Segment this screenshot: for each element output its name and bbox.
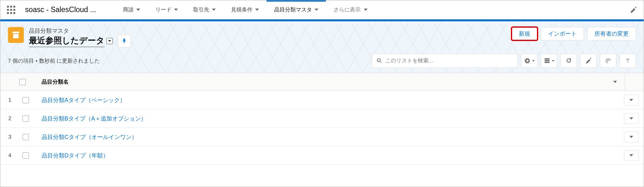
- row-name-cell: 品目分類Dタイプ（年額）: [42, 152, 109, 159]
- row-index: 3: [0, 134, 19, 140]
- list-search[interactable]: [372, 54, 518, 68]
- table-icon: [544, 58, 550, 64]
- display-as-button[interactable]: [541, 54, 557, 68]
- nav-tab-opportunity[interactable]: 商談: [115, 0, 148, 19]
- row-checkbox[interactable]: [23, 134, 29, 140]
- nav-tab-label: 取引先: [193, 6, 209, 13]
- archive-icon: [8, 27, 24, 43]
- change-owner-button[interactable]: 所有者の変更: [587, 27, 636, 40]
- nav-tab-quote-condition[interactable]: 見積条件: [223, 0, 267, 19]
- refresh-button[interactable]: [560, 54, 577, 68]
- table-header: 品目分類名: [0, 73, 644, 91]
- row-index: 4: [0, 152, 19, 159]
- row-select-cell: [19, 152, 42, 159]
- nav-tab-label: 品目分類マスタ: [274, 6, 312, 13]
- app-name: soasc - SalesCloud ...: [25, 5, 96, 14]
- chevron-down-icon: [629, 136, 633, 138]
- nav-tabs: 商談 リード 取引先 見積条件 品目分類マスタ さらに表示: [115, 0, 375, 19]
- nav-tab-account[interactable]: 取引先: [186, 0, 223, 19]
- nav-tab-label: 見積条件: [231, 6, 253, 13]
- row-actions-button[interactable]: [624, 150, 639, 161]
- row-name-cell: 品目分類Aタイプ（ベーシック）: [42, 96, 125, 104]
- row-name-cell: 品目分類Cタイプ（オールインワン）: [42, 133, 137, 141]
- pencil-icon: [585, 58, 592, 64]
- row-checkbox[interactable]: [23, 152, 29, 159]
- chevron-down-icon: [136, 9, 140, 11]
- row-actions-button[interactable]: [624, 113, 639, 124]
- chevron-down-icon: [629, 117, 633, 120]
- column-actions-cell: [625, 73, 644, 91]
- pencil-icon[interactable]: [630, 6, 637, 13]
- row-checkbox[interactable]: [23, 115, 29, 122]
- nav-more-label: さらに表示: [334, 6, 361, 13]
- record-link[interactable]: 品目分類Aタイプ（ベーシック）: [42, 97, 125, 103]
- filter-icon: [625, 58, 631, 64]
- row-actions-button[interactable]: [624, 132, 639, 142]
- record-link[interactable]: 品目分類Bタイプ（A＋追加オプション）: [42, 115, 146, 122]
- select-all-cell: [19, 79, 42, 85]
- table-row: 1 品目分類Aタイプ（ベーシック）: [0, 91, 644, 109]
- app-launcher-icon[interactable]: [6, 5, 16, 15]
- refresh-icon: [566, 58, 572, 64]
- chevron-down-icon: [552, 60, 554, 62]
- row-actions-button[interactable]: [624, 95, 639, 106]
- list-view-name[interactable]: 最近参照したデータ: [29, 35, 105, 47]
- row-select-cell: [19, 134, 42, 140]
- data-table: 品目分類名 1 品目分類Aタイプ（ベーシック） 2 品目分類Bタイプ（A＋追加オ…: [0, 73, 644, 165]
- chevron-down-icon: [315, 9, 318, 11]
- object-label: 品目分類マスタ: [29, 27, 131, 35]
- import-button[interactable]: インポート: [541, 27, 584, 40]
- nav-tab-label: 商談: [123, 6, 134, 13]
- row-select-cell: [19, 97, 42, 103]
- row-index: 2: [0, 115, 19, 122]
- table-row: 4 品目分類Dタイプ（年額）: [0, 146, 644, 165]
- row-checkbox[interactable]: [23, 97, 29, 103]
- gear-icon: [524, 58, 531, 64]
- header-actions: 新規 インポート 所有者の変更: [512, 27, 636, 40]
- chevron-down-icon: [212, 9, 216, 11]
- nav-tab-label: リード: [155, 6, 172, 13]
- pin-list-button[interactable]: [118, 35, 131, 47]
- chart-button[interactable]: [600, 54, 616, 68]
- chevron-down-icon: [532, 60, 535, 62]
- list-view-switcher[interactable]: [106, 38, 113, 44]
- chevron-down-icon: [629, 99, 633, 101]
- record-link[interactable]: 品目分類Cタイプ（オールインワン）: [42, 134, 137, 140]
- row-index: 1: [0, 97, 19, 103]
- inline-edit-button[interactable]: [580, 54, 597, 68]
- row-name-cell: 品目分類Bタイプ（A＋追加オプション）: [42, 115, 146, 122]
- column-sort-icon[interactable]: [613, 81, 617, 83]
- list-header: 品目分類マスタ 最近参照したデータ 新規 インポート 所有者の変更 7 個の項目…: [0, 21, 644, 73]
- chevron-down-icon: [364, 9, 368, 11]
- filter-button[interactable]: [620, 54, 636, 68]
- list-controls-button[interactable]: [521, 54, 538, 68]
- chevron-down-icon: [108, 40, 111, 42]
- chevron-down-icon: [174, 9, 178, 11]
- row-select-cell: [19, 115, 42, 122]
- column-header-name[interactable]: 品目分類名: [42, 78, 69, 86]
- new-button[interactable]: 新規: [512, 27, 538, 40]
- nav-tab-item-category-master[interactable]: 品目分類マスタ: [267, 0, 326, 19]
- nav-more-tabs[interactable]: さらに表示: [326, 0, 375, 19]
- global-nav: soasc - SalesCloud ... 商談 リード 取引先 見積条件 品…: [0, 0, 644, 19]
- select-all-checkbox[interactable]: [19, 79, 26, 85]
- search-icon: [376, 58, 382, 64]
- table-row: 3 品目分類Cタイプ（オールインワン）: [0, 128, 644, 146]
- list-meta: 7 個の項目 • 数秒前 に更新されました: [8, 57, 100, 65]
- chevron-down-icon: [629, 154, 633, 156]
- list-toolbar: [372, 54, 636, 68]
- record-link[interactable]: 品目分類Dタイプ（年額）: [42, 152, 109, 159]
- table-row: 2 品目分類Bタイプ（A＋追加オプション）: [0, 109, 644, 128]
- search-input[interactable]: [385, 58, 513, 64]
- chart-icon: [605, 58, 611, 64]
- nav-tab-lead[interactable]: リード: [148, 0, 186, 19]
- chevron-down-icon: [255, 9, 259, 11]
